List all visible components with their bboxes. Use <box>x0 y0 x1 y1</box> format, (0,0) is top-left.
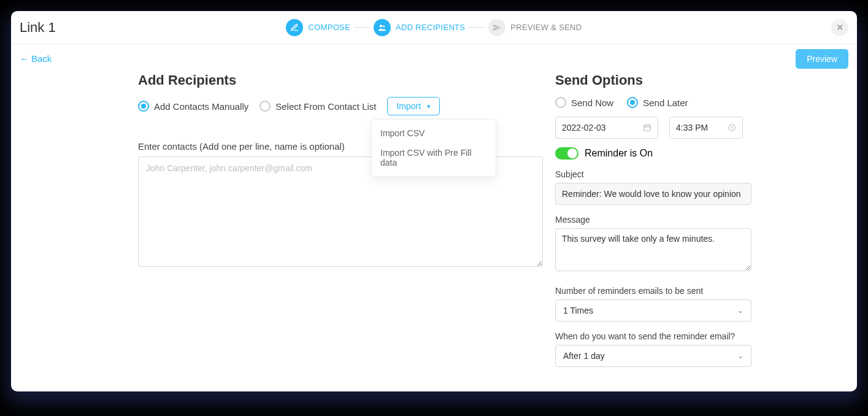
radio-label: Send Now <box>571 98 613 108</box>
radio-dot-icon <box>259 101 271 112</box>
radio-label: Add Contacts Manually <box>154 101 248 112</box>
calendar-icon <box>643 123 651 132</box>
schedule-row: 2022-02-03 4:33 PM <box>555 117 751 139</box>
import-csv-prefill-item[interactable]: Import CSV with Pre Fill data <box>372 143 496 172</box>
subheader-bar: ← Back Preview <box>11 44 857 72</box>
app-panel: Link 1 COMPOSE ADD RECIPIENTS PREV <box>11 11 857 391</box>
reminder-toggle-row: Reminder is On <box>555 147 751 160</box>
chevron-down-icon: ▾ <box>427 102 431 110</box>
stepper: COMPOSE ADD RECIPIENTS PREVIEW & SEND <box>286 19 582 36</box>
step-compose[interactable]: COMPOSE <box>286 19 350 36</box>
radio-send-now[interactable]: Send Now <box>555 97 613 108</box>
recipient-mode-row: Add Contacts Manually Select From Contac… <box>138 97 543 115</box>
radio-dot-icon <box>138 101 149 112</box>
subject-input[interactable] <box>555 183 751 205</box>
radio-dot-icon <box>627 97 638 108</box>
subject-label: Subject <box>555 169 751 179</box>
users-icon <box>374 19 391 36</box>
radio-select-from-list[interactable]: Select From Contact List <box>259 101 376 112</box>
num-reminders-label: Number of reminders emails to be sent <box>555 286 751 296</box>
page-title: Link 1 <box>20 20 56 36</box>
send-options-title: Send Options <box>555 72 751 88</box>
step-separator <box>469 27 485 28</box>
message-textarea[interactable] <box>555 228 751 271</box>
radio-add-manually[interactable]: Add Contacts Manually <box>138 101 248 112</box>
when-reminder-value: After 1 day <box>563 351 605 361</box>
send-timing-row: Send Now Send Later <box>555 97 751 108</box>
import-dropdown-button[interactable]: Import ▾ <box>387 97 440 115</box>
step-add-recipients[interactable]: ADD RECIPIENTS <box>374 19 465 36</box>
clock-icon <box>728 123 736 132</box>
chevron-down-icon: ⌄ <box>737 306 743 315</box>
send-options-section: Send Options Send Now Send Later 2022-02… <box>555 72 751 367</box>
radio-dot-icon <box>555 97 566 108</box>
num-reminders-value: 1 Times <box>563 306 593 315</box>
step-label: ADD RECIPIENTS <box>396 23 465 32</box>
preview-button[interactable]: Preview <box>796 49 848 69</box>
step-separator <box>354 27 370 28</box>
close-button[interactable]: ✕ <box>831 19 848 36</box>
import-dropdown-menu: Import CSV Import CSV with Pre Fill data <box>371 119 496 177</box>
svg-point-0 <box>380 25 382 27</box>
step-preview-send[interactable]: PREVIEW & SEND <box>488 19 582 36</box>
chevron-down-icon: ⌄ <box>737 352 743 360</box>
content-area: Add Recipients Add Contacts Manually Sel… <box>11 72 857 391</box>
time-input[interactable]: 4:33 PM <box>669 117 743 139</box>
step-label: COMPOSE <box>308 23 350 32</box>
arrow-left-icon: ← <box>20 53 29 64</box>
close-icon: ✕ <box>836 22 844 33</box>
back-link[interactable]: ← Back <box>20 53 52 64</box>
radio-label: Send Later <box>643 98 688 108</box>
reminder-toggle-label: Reminder is On <box>585 148 653 159</box>
reminder-toggle[interactable] <box>555 147 578 160</box>
import-csv-item[interactable]: Import CSV <box>372 123 496 143</box>
pencil-icon <box>286 19 303 36</box>
add-recipients-title: Add Recipients <box>138 72 543 88</box>
svg-rect-2 <box>644 125 651 131</box>
when-reminder-label: When do you want to send the reminder em… <box>555 331 751 341</box>
send-icon <box>488 19 505 36</box>
import-label: Import <box>396 101 421 111</box>
date-input[interactable]: 2022-02-03 <box>555 117 658 139</box>
message-label: Message <box>555 215 751 225</box>
radio-label: Select From Contact List <box>275 101 376 112</box>
num-reminders-select[interactable]: 1 Times ⌄ <box>555 299 751 322</box>
time-value: 4:33 PM <box>676 123 708 133</box>
radio-send-later[interactable]: Send Later <box>627 97 688 108</box>
svg-point-1 <box>383 25 385 27</box>
add-recipients-section: Add Recipients Add Contacts Manually Sel… <box>138 72 543 367</box>
back-label: Back <box>31 53 52 64</box>
when-reminder-select[interactable]: After 1 day ⌄ <box>555 345 751 367</box>
header-bar: Link 1 COMPOSE ADD RECIPIENTS PREV <box>11 11 857 44</box>
step-label: PREVIEW & SEND <box>510 23 582 32</box>
date-value: 2022-02-03 <box>562 123 606 133</box>
